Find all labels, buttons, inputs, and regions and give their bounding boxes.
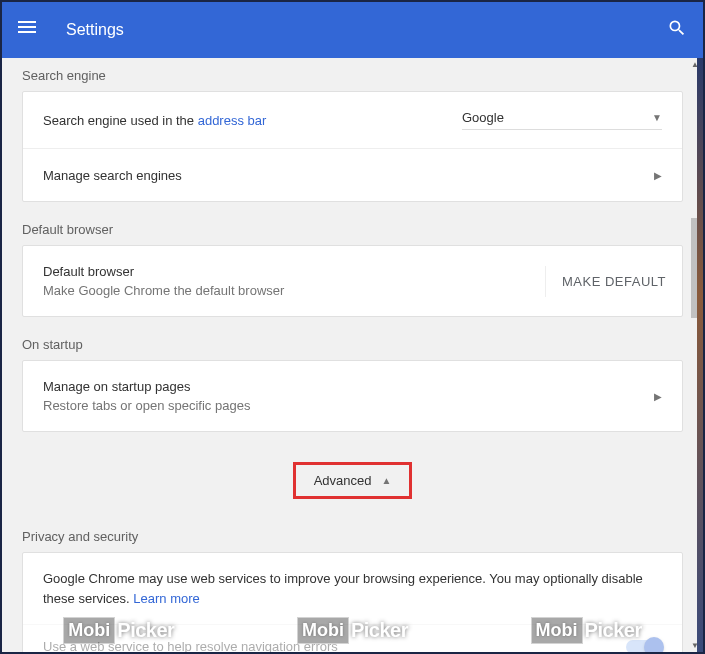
default-browser-secondary: Make Google Chrome the default browser [43,283,545,298]
settings-content: ▲ ▼ Search engine Search engine used in … [2,58,703,652]
chevron-right-icon: ▶ [654,170,662,181]
default-browser-text: Default browser Make Google Chrome the d… [43,264,545,298]
privacy-description: Google Chrome may use web services to im… [23,553,682,624]
dropdown-value: Google [462,110,504,125]
search-engine-label: Search engine used in the address bar [43,113,462,128]
section-heading-on-startup: On startup [2,327,703,360]
window-edge-decoration [697,58,703,652]
manage-startup-row[interactable]: Manage on startup pages Restore tabs or … [23,361,682,431]
search-engine-row: Search engine used in the address bar Go… [23,92,682,149]
search-icon[interactable] [667,18,687,42]
on-startup-card: Manage on startup pages Restore tabs or … [22,360,683,432]
advanced-label: Advanced [314,473,372,488]
address-bar-link[interactable]: address bar [198,113,267,128]
section-heading-search-engine: Search engine [2,58,703,91]
advanced-button[interactable]: Advanced ▲ [293,462,413,499]
default-browser-row: Default browser Make Google Chrome the d… [23,246,682,316]
default-browser-primary: Default browser [43,264,545,279]
menu-icon[interactable] [18,18,42,42]
advanced-section: Advanced ▲ [2,442,703,519]
web-service-label: Use a web service to help resolve naviga… [43,639,338,652]
manage-search-engines-label: Manage search engines [43,168,654,183]
web-service-toggle-row[interactable]: Use a web service to help resolve naviga… [23,624,682,652]
chevron-up-icon: ▲ [381,475,391,486]
toggle-switch[interactable] [626,640,662,653]
startup-text: Manage on startup pages Restore tabs or … [43,379,654,413]
chevron-down-icon: ▼ [652,112,662,123]
manage-search-engines-row[interactable]: Manage search engines ▶ [23,149,682,201]
search-engine-card: Search engine used in the address bar Go… [22,91,683,202]
privacy-card: Google Chrome may use web services to im… [22,552,683,652]
startup-secondary: Restore tabs or open specific pages [43,398,654,413]
search-engine-dropdown[interactable]: Google ▼ [462,110,662,130]
app-header: Settings [2,2,703,58]
section-heading-default-browser: Default browser [2,212,703,245]
make-default-button[interactable]: MAKE DEFAULT [545,266,682,297]
search-engine-prefix: Search engine used in the [43,113,198,128]
chevron-right-icon: ▶ [654,391,662,402]
learn-more-link[interactable]: Learn more [133,591,199,606]
page-title: Settings [66,21,667,39]
default-browser-card: Default browser Make Google Chrome the d… [22,245,683,317]
startup-primary: Manage on startup pages [43,379,654,394]
section-heading-privacy: Privacy and security [2,519,703,552]
